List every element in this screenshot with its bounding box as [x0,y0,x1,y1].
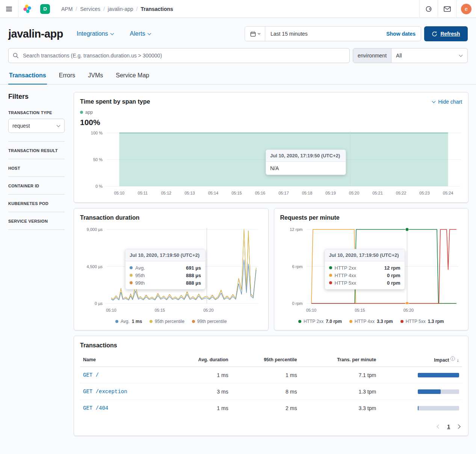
show-dates-link[interactable]: Show dates [386,31,416,37]
mail-icon [444,6,451,12]
tooltip-row-value: 888 µs [186,273,201,278]
newsfeed-button[interactable] [438,0,456,18]
time-range-value[interactable]: Last 15 minutes [270,31,308,37]
legend-label: Avg. [121,319,130,324]
legend-dot [80,111,83,114]
page-title: javalin-app [8,28,63,40]
tooltip-title: Jul 10, 2020, 17:19:50 (UTC+2) [125,249,205,261]
transactions-table-title: Transactions [80,342,462,349]
hamburger-icon [6,6,12,12]
cloud-deployment-button[interactable] [420,0,438,18]
menu-button[interactable] [0,0,18,18]
chevron-down-icon [257,32,260,34]
tooltip-row-label: HTTP 4xx [335,273,385,278]
deployment-badge[interactable]: D [40,4,50,14]
breadcrumb-apm[interactable]: APM [61,6,73,12]
transaction-duration-chart: 9,000 µs4,500 µs0 µs 05:1005:1505:20 Jul… [80,227,262,314]
tooltip-row-value: 0 rpm [387,280,400,286]
x-axis-tick-label: 05:18 [302,191,313,195]
chevron-down-icon [57,123,60,127]
x-axis-tick-label: 05:15 [155,308,165,312]
chevron-down-icon [147,31,151,35]
apm-transactions-page: D APM / Services / javalin-app / Transac… [0,0,476,440]
info-icon[interactable]: i [450,356,455,361]
chart-tooltip: Jul 10, 2020, 17:19:50 (UTC+2) Avg. 691 … [125,249,206,290]
p95-value: 8 ms [231,383,300,400]
integrations-menu[interactable]: Integrations [77,30,113,37]
topbar-actions: e [419,0,476,18]
column-header-impact[interactable]: Impacti↓ [379,353,462,367]
transaction-type-select[interactable]: request [8,119,65,133]
x-axis-tick-label: 05:10 [306,308,317,312]
legend-label: HTTP 4xx [355,319,375,324]
duration-legend: Avg. 1 ms 95th percentile 99th percentil… [80,319,262,324]
avg-duration-value: 3 ms [168,383,231,400]
transaction-link[interactable]: GET / [83,372,99,378]
alerts-menu[interactable]: Alerts [130,30,151,37]
legend-label: 99th percentile [197,319,227,324]
hide-chart-label: Hide chart [438,99,462,105]
legend-dot [130,274,133,277]
legend-http-2xx[interactable]: HTTP 2xx 7.0 rpm [298,319,342,324]
sort-descending-icon[interactable]: ↓ [457,357,459,363]
legend-http-4xx[interactable]: HTTP 4xx 3.3 rpm [349,319,393,324]
legend-avg[interactable]: Avg. 1 ms [115,319,142,324]
x-axis-tick-label: 05:16 [255,191,266,195]
breadcrumb-separator: / [103,6,105,12]
x-axis-tick-label: 05:24 [443,191,453,195]
tab-jvms[interactable]: JVMs [87,69,104,84]
legend-dot [349,320,352,323]
y-axis-tick-label: 0 µs [95,301,103,306]
x-axis-tick-label: 05:21 [372,191,383,195]
previous-page-button[interactable] [437,424,441,428]
column-header-name[interactable]: Name [80,353,168,367]
requests-per-minute-chart: 12 rpm6 rpm0 rpm 05:1005:1505:20 Jul 10,… [280,227,462,314]
tab-service-map[interactable]: Service Map [115,69,150,84]
x-axis-tick-label: 05:20 [349,191,360,195]
transactions-table: Name Avg. duration 95th percentile Trans… [80,353,462,416]
transaction-duration-card: Transaction duration 9,000 µs4,500 µs0 µ… [74,208,269,330]
search-input[interactable] [8,48,350,63]
column-header-avg-duration[interactable]: Avg. duration [168,353,231,367]
impact-fill [418,389,441,394]
filter-label: KUBERNETES POD [8,201,48,206]
environment-select[interactable]: environment All [353,48,468,63]
table-row: GET /404 1 ms 2 ms 3.3 tpm [80,400,462,416]
next-page-button[interactable] [456,424,460,428]
tab-transactions[interactable]: Transactions [8,69,47,84]
legend-99th[interactable]: 99th percentile [192,319,227,324]
tpm-value: 3.3 tpm [300,400,379,416]
tab-errors[interactable]: Errors [58,69,76,84]
legend-http-5xx[interactable]: HTTP 5xx 1.3 rpm [400,319,444,324]
transaction-link[interactable]: GET /404 [83,405,108,411]
date-picker: Last 15 minutes Show dates [245,26,421,41]
impact-bar [418,373,459,377]
elastic-logo-icon [23,4,32,14]
refresh-icon [432,31,437,37]
legend-label[interactable]: app [85,110,93,115]
column-header-tpm[interactable]: Trans. per minute [300,353,379,367]
chart-tooltip: Jul 10, 2020, 17:19:50 (UTC+2) N/A [266,149,346,175]
hide-chart-link[interactable]: Hide chart [432,99,462,105]
legend-value: 1 ms [132,319,142,324]
breadcrumb-separator: / [76,6,77,12]
x-axis-tick-label: 05:15 [231,191,242,195]
breadcrumb-services[interactable]: Services [80,6,100,12]
top-navigation-bar: D APM / Services / javalin-app / Transac… [0,0,476,18]
page-number[interactable]: 1 [447,424,450,430]
transaction-link[interactable]: GET /exception [83,389,127,395]
y-axis-tick-label: 0 rpm [292,301,302,306]
x-axis-labels: 05:1005:1105:1205:1305:1405:1505:1605:17… [106,188,461,196]
legend-dot [298,320,301,323]
legend-95th[interactable]: 95th percentile [150,319,184,324]
column-header-95th[interactable]: 95th percentile [231,353,300,367]
calendar-button[interactable] [245,27,265,41]
tooltip-row-value: 12 rpm [384,265,400,271]
refresh-button[interactable]: Refresh [424,26,468,41]
requests-per-minute-card: Requests per minute 12 rpm6 rpm0 rpm 05:… [274,208,469,330]
elastic-logo[interactable] [18,0,36,18]
breadcrumb-service-name[interactable]: javalin-app [108,6,133,12]
user-avatar[interactable]: e [461,4,471,14]
impact-label: Impact [434,357,449,363]
legend-dot [150,320,153,323]
